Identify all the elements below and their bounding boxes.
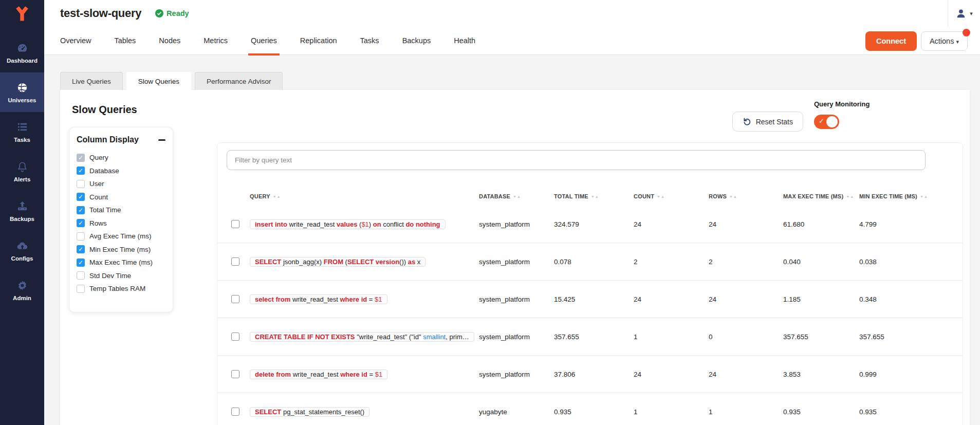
- column-header-total-time[interactable]: TOTAL TIME▼▲: [554, 193, 634, 199]
- column-display-title: Column Display: [77, 135, 139, 144]
- rows-cell: 24: [709, 220, 783, 228]
- sidebar-item-dashboard[interactable]: Dashboard: [0, 33, 44, 72]
- checkbox-icon[interactable]: [77, 285, 85, 293]
- subtab-live-queries[interactable]: Live Queries: [60, 72, 123, 90]
- subtab-performance-advisor[interactable]: Performance Advisor: [195, 72, 283, 90]
- table-row[interactable]: SELECT jsonb_agg(x) FROM (SELECT version…: [217, 243, 963, 281]
- backup-drive-icon: [16, 200, 28, 212]
- query-text[interactable]: delete from write_read_test where id = $…: [250, 369, 387, 379]
- check-circle-icon: [155, 9, 163, 17]
- actions-button[interactable]: Actions ▾: [921, 31, 968, 51]
- column-option-query[interactable]: Query: [77, 151, 165, 164]
- row-checkbox[interactable]: [231, 332, 239, 341]
- page-title: test-slow-query: [60, 7, 141, 20]
- sort-icon: ▼▲: [846, 195, 854, 198]
- query-text[interactable]: select from write_read_test where id = $…: [250, 294, 387, 304]
- task-list-icon: [16, 121, 28, 133]
- column-option-user[interactable]: User: [77, 177, 165, 191]
- actions-label: Actions: [930, 37, 954, 45]
- user-menu[interactable]: ▾: [948, 0, 980, 27]
- column-option-std-dev-time[interactable]: Std Dev Time: [77, 269, 165, 283]
- row-checkbox[interactable]: [231, 408, 239, 416]
- column-header-count[interactable]: COUNT▼▲: [634, 193, 709, 199]
- column-header-min-exec[interactable]: MIN EXEC TIME (MS)▼▲: [859, 193, 963, 199]
- database-cell: system_platform: [479, 258, 554, 266]
- query-text[interactable]: SELECT pg_stat_statements_reset(): [250, 407, 369, 417]
- queries-subtabs: Live Queries Slow Queries Performance Ad…: [60, 72, 283, 90]
- column-header-database[interactable]: DATABASE▼▲: [479, 193, 554, 199]
- sidebar-item-backups[interactable]: Backups: [0, 191, 44, 231]
- tab-replication[interactable]: Replication: [300, 27, 337, 55]
- tab-queries[interactable]: Queries: [251, 27, 277, 55]
- checkbox-icon[interactable]: [77, 193, 85, 201]
- tab-backups[interactable]: Backups: [402, 27, 431, 55]
- checkbox-icon[interactable]: [77, 180, 85, 188]
- max-exec-cell: 0.935: [783, 408, 859, 416]
- query-text[interactable]: CREATE TABLE IF NOT EXISTS "write_read_t…: [250, 332, 474, 342]
- row-checkbox[interactable]: [231, 295, 239, 303]
- table-row[interactable]: insert into write_read_test values ($1) …: [217, 206, 963, 243]
- subtab-slow-queries[interactable]: Slow Queries: [126, 72, 191, 90]
- column-option-label: Rows: [89, 219, 107, 227]
- tab-metrics[interactable]: Metrics: [204, 27, 228, 55]
- tab-tasks[interactable]: Tasks: [360, 27, 379, 55]
- query-filter-input[interactable]: [227, 150, 926, 170]
- column-option-min-exec-time-ms[interactable]: Min Exec Time (ms): [77, 243, 165, 256]
- column-header-query[interactable]: QUERY▼▲: [250, 193, 479, 199]
- collapse-icon[interactable]: [158, 139, 165, 141]
- column-option-label: Avg Exec Time (ms): [89, 232, 152, 240]
- checkbox-icon[interactable]: [77, 219, 85, 227]
- query-text[interactable]: insert into write_read_test values ($1) …: [250, 219, 446, 229]
- sidebar-item-alerts[interactable]: Alerts: [0, 152, 44, 191]
- table-row[interactable]: select from write_read_test where id = $…: [217, 281, 963, 318]
- column-option-temp-tables-ram[interactable]: Temp Tables RAM: [77, 282, 165, 295]
- reset-stats-button[interactable]: Reset Stats: [732, 112, 803, 132]
- tab-nodes[interactable]: Nodes: [159, 27, 180, 55]
- tab-overview[interactable]: Overview: [60, 27, 91, 55]
- yugabyte-logo-icon[interactable]: [0, 0, 44, 29]
- row-checkbox[interactable]: [231, 220, 239, 228]
- count-cell: 24: [634, 371, 709, 378]
- max-exec-cell: 1.185: [783, 295, 859, 303]
- checkbox-icon[interactable]: [77, 206, 85, 214]
- sort-icon: ▼▲: [729, 195, 737, 198]
- column-option-rows[interactable]: Rows: [77, 217, 165, 230]
- tab-tables[interactable]: Tables: [114, 27, 136, 55]
- checkbox-icon[interactable]: [77, 167, 85, 175]
- checkbox-icon[interactable]: [77, 258, 85, 267]
- query-monitoring-toggle[interactable]: [814, 115, 839, 129]
- globe-icon: [16, 82, 28, 94]
- column-option-database[interactable]: Database: [77, 164, 165, 178]
- connect-button[interactable]: Connect: [865, 31, 917, 51]
- column-option-count[interactable]: Count: [77, 191, 165, 204]
- sidebar-item-universes[interactable]: Universes: [0, 72, 44, 112]
- sidebar-item-label: Configs: [11, 255, 33, 262]
- sidebar-item-admin[interactable]: Admin: [0, 270, 44, 310]
- rows-cell: 24: [709, 295, 783, 303]
- row-checkbox[interactable]: [231, 257, 239, 266]
- status-label: Ready: [167, 9, 189, 17]
- database-cell: system_platform: [479, 295, 554, 303]
- column-header-max-exec[interactable]: MAX EXEC TIME (MS)▼▲: [783, 193, 859, 199]
- query-text[interactable]: SELECT jsonb_agg(x) FROM (SELECT version…: [250, 257, 426, 267]
- column-option-total-time[interactable]: Total Time: [77, 204, 165, 217]
- column-header-rows[interactable]: ROWS▼▲: [709, 193, 783, 199]
- tab-health[interactable]: Health: [454, 27, 475, 55]
- checkbox-icon[interactable]: [77, 154, 85, 162]
- sidebar-item-tasks[interactable]: Tasks: [0, 112, 44, 152]
- top-header: test-slow-query Ready ▾: [44, 0, 980, 27]
- checkbox-icon[interactable]: [77, 271, 85, 280]
- slow-queries-panel: Slow Queries Reset Stats Query Monitorin…: [60, 90, 970, 425]
- column-option-avg-exec-time-ms[interactable]: Avg Exec Time (ms): [77, 230, 165, 243]
- table-row[interactable]: SELECT pg_stat_statements_reset() yugaby…: [217, 393, 963, 425]
- column-option-max-exec-time-ms[interactable]: Max Exec Time (ms): [77, 256, 165, 269]
- checkbox-icon[interactable]: [77, 232, 85, 241]
- reset-stats-label: Reset Stats: [756, 118, 793, 126]
- column-option-label: Query: [89, 154, 108, 161]
- checkbox-icon[interactable]: [77, 245, 85, 253]
- sidebar-item-configs[interactable]: Configs: [0, 231, 44, 270]
- row-checkbox[interactable]: [231, 370, 239, 378]
- table-row[interactable]: delete from write_read_test where id = $…: [217, 356, 963, 393]
- table-row[interactable]: CREATE TABLE IF NOT EXISTS "write_read_t…: [217, 318, 963, 356]
- database-cell: system_platform: [479, 333, 554, 341]
